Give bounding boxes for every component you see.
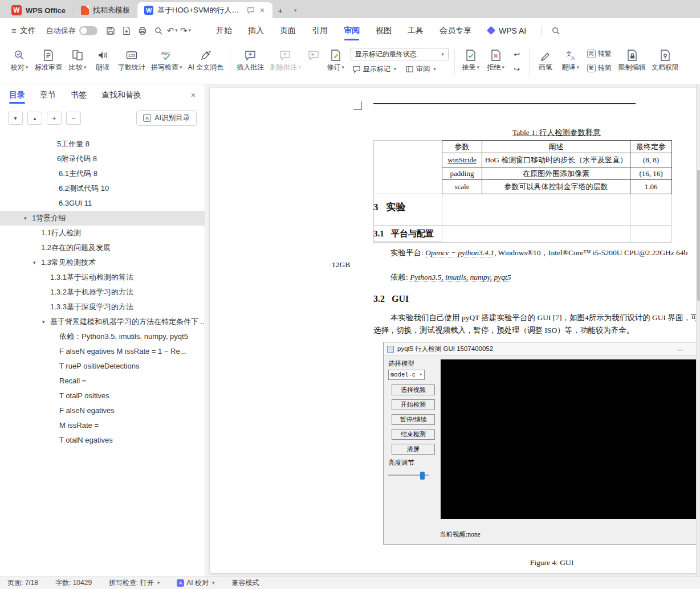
toc-item[interactable]: ▾ 1.3常见检测技术 (0, 255, 205, 270)
menu-tools[interactable]: 工具 (400, 18, 432, 43)
search-icon[interactable] (548, 23, 563, 38)
delete-comment-button[interactable]: 删除批注▾ (267, 46, 304, 73)
document-page[interactable]: Table 1: 行人检测参数释意 参数 阐述 最终定参 (210, 88, 697, 573)
restrict-editing-button[interactable]: 限制编辑 (616, 46, 649, 73)
toc-item[interactable]: 6.3GUI 11 (0, 196, 205, 211)
scrollbar-thumb[interactable] (697, 170, 700, 301)
menu-member[interactable]: 会员专享 (432, 18, 479, 43)
menu-wps-ai[interactable]: WPS AI (479, 18, 534, 43)
toc-item[interactable]: T otalP ositives (0, 388, 205, 403)
svg-text:A: A (571, 55, 575, 61)
accept-revision-button[interactable]: 接受▾ (458, 46, 483, 73)
toc-item[interactable]: F alseN egatives (0, 403, 205, 418)
expand-arrow-icon[interactable]: ▾ (33, 255, 36, 270)
previous-revision-icon[interactable]: ↩ (511, 49, 523, 59)
toc-item[interactable]: 1.2存在的问题及发展 (0, 240, 205, 255)
expand-arrow-icon[interactable]: ▾ (42, 314, 45, 329)
close-tab-icon[interactable]: × (259, 6, 266, 15)
compatibility-mode-indicator[interactable]: 兼容模式 (231, 578, 259, 588)
traditional-to-simplified-button[interactable]: 繁 转简 (585, 62, 613, 73)
redo-button[interactable]: ↷▾ (180, 26, 191, 35)
tab-chapter[interactable]: 章节 (40, 84, 56, 106)
menu-view[interactable]: 视图 (368, 18, 400, 43)
menu-review-active[interactable]: 审阅 (336, 18, 368, 43)
menu-home[interactable]: 开始 (208, 18, 240, 43)
print-icon[interactable] (135, 23, 150, 38)
tab-document-active[interactable]: W 基于HOG+SVM的行人检测 × (137, 2, 272, 18)
toc-item[interactable]: 1.1行人检测 (0, 226, 205, 240)
toc-item[interactable]: T rueP ositiveDetections (0, 359, 205, 374)
comment-navigate-button[interactable] (304, 46, 323, 64)
show-markup-icon (352, 65, 361, 73)
translate-button[interactable]: 文A 翻译▾ (558, 46, 583, 73)
proofread-button[interactable]: 校对▾ (7, 46, 32, 73)
toc-item[interactable]: M issRate = (0, 418, 205, 433)
current-video-label: 当前视频:none (439, 530, 481, 539)
toc-item[interactable]: 1.3.2基于机器学习的方法 (0, 285, 205, 300)
ai-polish-button[interactable]: AI 全文润色 (185, 46, 227, 73)
increase-level-button[interactable]: + (47, 112, 62, 125)
toc-item[interactable]: 1.3.3基于深度学习的方法 (0, 300, 205, 314)
toc-item[interactable]: 依赖：Python3.5, imutils, numpy, pyqt5 (0, 329, 205, 344)
close-pane-icon[interactable]: × (191, 91, 196, 100)
menu-insert[interactable]: 插入 (240, 18, 272, 43)
autosave-toggle[interactable] (79, 26, 97, 35)
save-icon[interactable] (103, 23, 118, 38)
doc-chat-icon[interactable] (247, 6, 255, 14)
gui-app-icon (387, 346, 394, 353)
ink-brush-button[interactable]: 画笔 (533, 46, 558, 73)
menu-page[interactable]: 页面 (272, 18, 304, 43)
tab-list-chevron-icon[interactable]: ▾ (288, 2, 302, 18)
tab-template-store[interactable]: 找稻壳模板 (74, 2, 137, 18)
toc-item[interactable]: 6.1主代码 8 (0, 166, 205, 181)
doc-tab-label: 基于HOG+SVM的行人检测 (157, 5, 243, 15)
next-revision-icon[interactable]: ↪ (511, 64, 523, 74)
file-menu-button[interactable]: ≡ 文件 (6, 22, 42, 39)
export-pdf-icon[interactable] (119, 23, 134, 38)
toc-item[interactable]: 6附录代码 8 (0, 152, 205, 166)
convert-group: 简 转繁 繁 转简 (585, 48, 613, 73)
expand-arrow-icon[interactable]: ▾ (24, 211, 27, 226)
cell-desc: 在原图外围添加像素 (482, 167, 630, 180)
toc-item[interactable]: 1.3.1基于运动检测的算法 (0, 270, 205, 285)
ai-recognize-toc-button[interactable]: A AI识别目录 (136, 111, 197, 126)
simplified-char-icon: 简 (587, 50, 596, 58)
reject-revision-button[interactable]: 拒绝▾ (483, 46, 508, 73)
word-count-button[interactable]: 123 字数统计 (115, 46, 148, 73)
toc-item[interactable]: T otalN egatives (0, 433, 205, 448)
ai-proofread-status[interactable]: A AI 校对▾ (177, 578, 214, 588)
tab-toc[interactable]: 目录 (9, 84, 25, 106)
insert-comment-button[interactable]: 插入批注 (234, 46, 267, 73)
show-markup-button[interactable]: 显示标记▾ (351, 63, 398, 75)
decrease-level-button[interactable]: − (66, 112, 81, 125)
toc-item[interactable]: ▾ 基于背景建模和机器学习的方法在特定条件下 ... (0, 314, 205, 329)
expand-all-button[interactable]: ▾ (8, 112, 23, 125)
spellcheck-status[interactable]: 拼写检查: 打开▾ (109, 578, 160, 588)
markup-state-combobox[interactable]: 显示标记的最终状态 ▾ (351, 48, 449, 60)
undo-button[interactable]: ↶▾ (167, 26, 178, 35)
toc-item[interactable]: F alseN egatives M issRate = 1 − Re... (0, 344, 205, 359)
read-aloud-button[interactable]: 朗读 (90, 46, 115, 73)
toc-item[interactable]: 5工作量 8 (0, 137, 205, 152)
compare-button[interactable]: 比较▾ (65, 46, 90, 73)
new-tab-button[interactable]: + (272, 2, 288, 18)
tab-bookmark[interactable]: 书签 (71, 84, 87, 106)
toc-item[interactable]: 6.2测试代码 10 (0, 181, 205, 196)
word-count-indicator[interactable]: 字数: 10429 (55, 578, 92, 588)
vertical-scrollbar[interactable] (696, 84, 700, 576)
menu-reference[interactable]: 引用 (304, 18, 336, 43)
toc-item[interactable]: Recall = (0, 374, 205, 388)
toc-item-selected[interactable]: ▾ 1背景介绍 (0, 211, 205, 226)
collapse-all-button[interactable]: ▴ (27, 112, 42, 125)
print-preview-icon[interactable] (151, 23, 166, 38)
spell-check-button[interactable]: ABC 拼写检查▾ (148, 46, 185, 73)
page-indicator[interactable]: 页面: 7/18 (7, 578, 38, 588)
track-changes-button[interactable]: 修订▾ (323, 46, 348, 73)
tab-find-replace[interactable]: 查找和替换 (101, 84, 141, 106)
toc-toolbar: ▾ ▴ + − A AI识别目录 (0, 106, 205, 130)
review-pane-button[interactable]: 审阅▾ (404, 63, 438, 75)
doc-permission-button[interactable]: 文档权限 (649, 46, 682, 73)
standard-review-button[interactable]: 标准审查 (32, 46, 65, 73)
simplified-to-traditional-button[interactable]: 简 转繁 (585, 48, 613, 59)
app-tab-wps-office[interactable]: W WPS Office (3, 2, 74, 18)
